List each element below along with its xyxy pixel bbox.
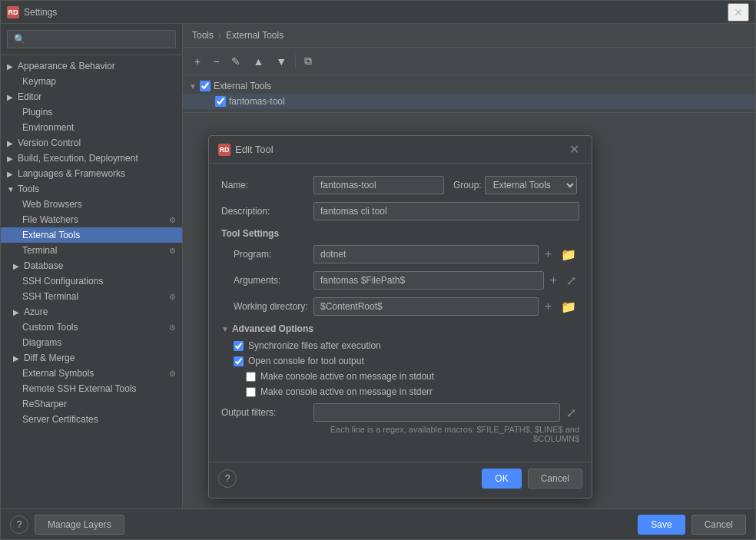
arrow-icon: ▶ (13, 354, 22, 363)
search-input[interactable] (7, 30, 176, 48)
program-add-button[interactable]: + (542, 246, 555, 263)
working-dir-label: Working directory: (221, 301, 313, 312)
tree-item-fantomas-tool[interactable]: fantomas-tool (183, 94, 755, 109)
badge-icon: ⚙ (169, 293, 176, 301)
output-filters-label: Output filters: (221, 407, 313, 418)
sidebar-item-version-control[interactable]: ▶ Version Control (1, 135, 182, 151)
sidebar-item-appearance[interactable]: ▶ Appearance & Behavior (1, 58, 182, 74)
sidebar-list: ▶ Appearance & Behavior Keymap ▶ Editor … (1, 55, 182, 509)
sidebar-item-terminal[interactable]: Terminal ⚙ (1, 243, 182, 258)
sidebar-item-label: Build, Execution, Deployment (18, 153, 138, 164)
ok-button[interactable]: OK (482, 469, 521, 489)
badge-icon: ⚙ (169, 323, 176, 332)
tree-group-external-tools[interactable]: ▼ External Tools (183, 78, 755, 94)
working-dir-browse-button[interactable]: 📁 (558, 298, 579, 316)
sidebar-item-label: Remote SSH External Tools (22, 383, 176, 394)
description-input[interactable] (313, 202, 579, 220)
sidebar-item-label: File Watchers (22, 214, 169, 225)
bottom-right: Save Cancel (638, 515, 746, 535)
open-console-checkbox[interactable] (234, 356, 244, 366)
manage-layers-button[interactable]: Manage Layers (35, 515, 124, 535)
sidebar-item-editor[interactable]: ▶ Editor (1, 89, 182, 104)
save-button[interactable]: Save (638, 515, 685, 535)
arguments-input[interactable] (313, 271, 544, 290)
program-input[interactable] (313, 245, 539, 263)
working-dir-add-button[interactable]: + (542, 298, 555, 315)
advanced-options-header[interactable]: ▼ Advanced Options (221, 323, 579, 334)
add-button[interactable]: + (189, 53, 206, 70)
sidebar-item-ssh-terminal[interactable]: SSH Terminal ⚙ (1, 289, 182, 304)
sidebar-item-external-tools[interactable]: External Tools (1, 227, 182, 243)
toolbar-separator (295, 55, 296, 68)
sidebar-item-keymap[interactable]: Keymap (1, 74, 182, 89)
sidebar-item-server-certificates[interactable]: Server Certificates (1, 412, 182, 427)
tree-item-checkbox[interactable] (215, 96, 226, 107)
modal-action-buttons: OK Cancel (482, 469, 582, 489)
sidebar-item-label: Azure (24, 306, 48, 317)
active-stdout-label: Make console active on message in stdout (260, 371, 434, 382)
app-icon: RD (7, 6, 19, 18)
sidebar-item-plugins[interactable]: Plugins (1, 104, 182, 120)
bottom-bar: ? Manage Layers Save Cancel (1, 509, 755, 539)
sync-files-label: Synchronize files after execution (248, 340, 381, 351)
group-select[interactable]: External Tools (485, 176, 577, 194)
active-stderr-checkbox[interactable] (246, 387, 256, 397)
cancel-button[interactable]: Cancel (691, 515, 746, 535)
sidebar-item-languages[interactable]: ▶ Languages & Frameworks (1, 166, 182, 181)
active-stdout-row: Make console active on message in stdout (221, 371, 579, 382)
sidebar-item-tools[interactable]: ▼ Tools (1, 181, 182, 197)
sidebar-item-environment[interactable]: Environment (1, 120, 182, 135)
move-down-button[interactable]: ▼ (270, 53, 292, 70)
program-browse-button[interactable]: 📁 (558, 246, 579, 263)
sidebar-item-ssh-configurations[interactable]: SSH Configurations (1, 273, 182, 289)
sidebar-item-diff-merge[interactable]: ▶ Diff & Merge (1, 350, 182, 366)
modal-app-icon: RD (218, 144, 230, 156)
move-up-button[interactable]: ▲ (247, 53, 269, 70)
sidebar-item-web-browsers[interactable]: Web Browsers (1, 197, 182, 212)
sidebar-item-database[interactable]: ▶ Database (1, 258, 182, 273)
bottom-help-button[interactable]: ? (10, 515, 28, 534)
arrow-icon: ▼ (7, 185, 16, 194)
name-group-row: Name: Group: External Tools (221, 176, 579, 194)
output-filters-input[interactable] (313, 403, 560, 422)
sidebar-item-label: External Symbols (22, 368, 169, 379)
remove-button[interactable]: − (207, 53, 224, 70)
cancel-dialog-button[interactable]: Cancel (528, 469, 582, 489)
modal-titlebar: RD Edit Tool ✕ (209, 136, 592, 164)
sidebar-item-label: Database (24, 260, 63, 271)
modal-close-button[interactable]: ✕ (566, 142, 582, 157)
sync-files-checkbox[interactable] (234, 341, 244, 351)
sidebar-item-label: Server Certificates (22, 414, 176, 425)
sidebar-item-label: External Tools (22, 230, 176, 240)
name-input[interactable] (313, 176, 444, 194)
sidebar-item-remote-ssh[interactable]: Remote SSH External Tools (1, 381, 182, 396)
name-label: Name: (221, 180, 313, 190)
arrow-icon: ▶ (13, 308, 22, 316)
tree-group-checkbox[interactable] (200, 81, 211, 91)
sidebar-item-external-symbols[interactable]: External Symbols ⚙ (1, 366, 182, 381)
sidebar-item-custom-tools[interactable]: Custom Tools ⚙ (1, 320, 182, 335)
sidebar-item-file-watchers[interactable]: File Watchers ⚙ (1, 212, 182, 227)
active-stdout-checkbox[interactable] (246, 372, 256, 382)
close-button[interactable]: ✕ (728, 3, 749, 22)
advanced-arrow-icon: ▼ (221, 325, 229, 333)
arguments-add-button[interactable]: + (547, 272, 560, 289)
help-button[interactable]: ? (218, 469, 237, 488)
edit-button[interactable]: ✎ (226, 53, 246, 70)
badge-icon: ⚙ (169, 216, 176, 224)
sidebar-item-resharper[interactable]: ReSharper (1, 396, 182, 412)
sidebar-item-azure[interactable]: ▶ Azure (1, 304, 182, 320)
working-dir-input[interactable] (313, 297, 539, 316)
sidebar-item-build[interactable]: ▶ Build, Execution, Deployment (1, 151, 182, 166)
settings-window: RD Settings ✕ ▶ Appearance & Behavior Ke… (0, 0, 756, 540)
arrow-icon: ▶ (7, 93, 16, 101)
tool-settings-header: Tool Settings (221, 228, 579, 239)
output-filters-expand-button[interactable]: ⤢ (563, 404, 579, 422)
bottom-left: ? Manage Layers (10, 515, 124, 535)
sidebar-item-label: Custom Tools (22, 322, 169, 333)
sidebar-item-label: Plugins (22, 107, 176, 118)
copy-button[interactable]: ⧉ (299, 52, 317, 70)
arguments-expand-button[interactable]: ⤢ (563, 272, 579, 290)
badge-icon: ⚙ (169, 247, 176, 255)
sidebar-item-diagrams[interactable]: Diagrams (1, 335, 182, 350)
